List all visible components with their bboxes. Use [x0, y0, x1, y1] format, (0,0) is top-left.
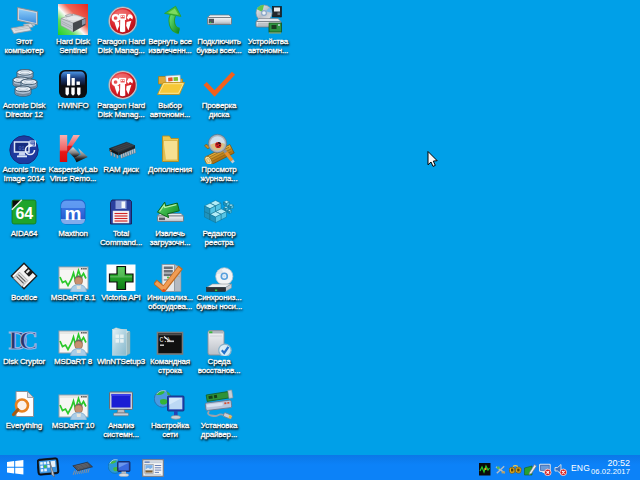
svg-text:01: 01 — [19, 146, 25, 152]
